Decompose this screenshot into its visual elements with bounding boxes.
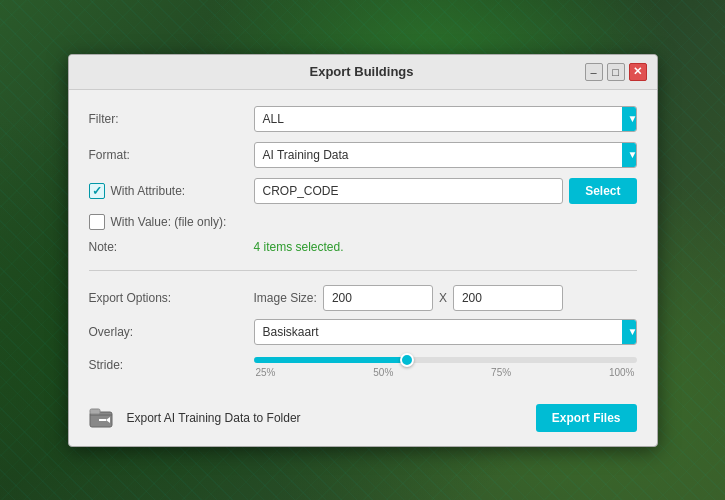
dialog-footer: Export AI Training Data to Folder Export… (69, 394, 657, 446)
stride-slider-thumb[interactable] (400, 353, 414, 367)
export-buildings-dialog: Export Buildings – □ ✕ Filter: ALL ▼ For… (68, 54, 658, 447)
overlay-dropdown[interactable]: Basiskaart ▼ (254, 319, 637, 345)
format-control: AI Training Data ▼ (254, 142, 637, 168)
slider-label-50: 50% (373, 367, 393, 378)
filter-dropdown[interactable]: ALL ▼ (254, 106, 637, 132)
overlay-arrow-icon[interactable]: ▼ (622, 319, 637, 345)
slider-label-75: 75% (491, 367, 511, 378)
format-row: Format: AI Training Data ▼ (89, 142, 637, 168)
stride-slider-fill (254, 357, 407, 363)
with-value-label: With Value: (file only): (111, 215, 227, 229)
note-value: 4 items selected. (254, 240, 344, 254)
svg-rect-1 (90, 409, 100, 414)
image-size-width-input[interactable] (323, 285, 433, 311)
export-options-section: Export Options: Image Size: X Overlay: B… (89, 285, 637, 378)
image-size-wrap: Image Size: X (254, 285, 563, 311)
overlay-value: Basiskaart (255, 325, 622, 339)
dialog-title: Export Buildings (139, 64, 585, 79)
image-size-row: Export Options: Image Size: X (89, 285, 637, 311)
with-attribute-label-wrap: With Attribute: (89, 183, 254, 199)
svg-rect-2 (99, 419, 106, 421)
stride-slider-track[interactable] (254, 357, 637, 363)
attribute-input[interactable] (254, 178, 564, 204)
filter-label: Filter: (89, 112, 254, 126)
image-size-height-input[interactable] (453, 285, 563, 311)
format-dropdown[interactable]: AI Training Data ▼ (254, 142, 637, 168)
slider-label-100: 100% (609, 367, 635, 378)
divider (89, 270, 637, 271)
stride-row: Stride: 25% 50% 75% 100% (89, 353, 637, 378)
stride-label: Stride: (89, 358, 254, 372)
titlebar-controls: – □ ✕ (585, 63, 647, 81)
slider-label-25: 25% (256, 367, 276, 378)
filter-control: ALL ▼ (254, 106, 637, 132)
note-label: Note: (89, 240, 254, 254)
image-size-label: Image Size: (254, 291, 317, 305)
with-value-row: With Value: (file only): (89, 214, 637, 230)
export-files-button[interactable]: Export Files (536, 404, 637, 432)
with-value-checkbox[interactable] (89, 214, 105, 230)
minimize-button[interactable]: – (585, 63, 603, 81)
with-attribute-row: With Attribute: Select (89, 178, 637, 204)
export-folder-icon (89, 406, 117, 430)
footer-export-text: Export AI Training Data to Folder (127, 411, 526, 425)
overlay-row: Overlay: Basiskaart ▼ (89, 319, 637, 345)
overlay-label: Overlay: (89, 325, 254, 339)
stride-slider-wrap: 25% 50% 75% 100% (254, 353, 637, 378)
x-separator: X (439, 291, 447, 305)
filter-value: ALL (255, 112, 622, 126)
filter-arrow-icon[interactable]: ▼ (622, 106, 637, 132)
export-options-label: Export Options: (89, 291, 254, 305)
slider-labels: 25% 50% 75% 100% (254, 367, 637, 378)
attribute-control: Select (254, 178, 637, 204)
select-button[interactable]: Select (569, 178, 636, 204)
format-value: AI Training Data (255, 148, 622, 162)
with-value-label-wrap: With Value: (file only): (89, 214, 254, 230)
overlay-control: Basiskaart ▼ (254, 319, 637, 345)
format-arrow-icon[interactable]: ▼ (622, 142, 637, 168)
close-button[interactable]: ✕ (629, 63, 647, 81)
note-row: Note: 4 items selected. (89, 240, 637, 254)
maximize-button[interactable]: □ (607, 63, 625, 81)
format-label: Format: (89, 148, 254, 162)
dialog-body: Filter: ALL ▼ Format: AI Training Data ▼ (69, 90, 657, 394)
dialog-titlebar: Export Buildings – □ ✕ (69, 55, 657, 90)
filter-row: Filter: ALL ▼ (89, 106, 637, 132)
with-attribute-label: With Attribute: (111, 184, 186, 198)
with-attribute-checkbox[interactable] (89, 183, 105, 199)
